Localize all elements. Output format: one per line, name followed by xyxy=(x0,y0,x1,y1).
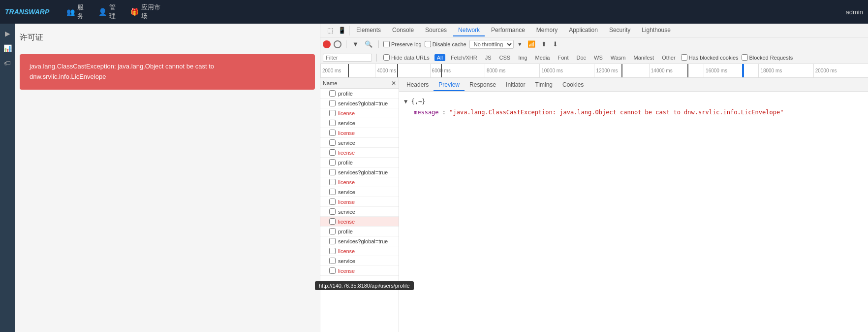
disable-cache-label[interactable]: Disable cache xyxy=(425,41,466,47)
request-item-license-1[interactable]: license xyxy=(320,108,399,118)
device-icon[interactable]: 📱 xyxy=(337,26,347,35)
throttle-dropdown[interactable]: ▾ xyxy=(517,40,523,48)
timeline-label-14000: 14000 ms xyxy=(649,64,704,77)
filter-input[interactable] xyxy=(323,54,372,62)
filter-all-btn[interactable]: All xyxy=(434,54,445,61)
blocked-requests-label[interactable]: Blocked Requests xyxy=(742,54,793,61)
blocked-requests-checkbox[interactable] xyxy=(742,54,748,61)
close-panel-btn[interactable]: ✕ xyxy=(391,80,396,87)
request-item-license-5[interactable]: license xyxy=(320,197,399,207)
filter-xhr-btn[interactable]: Fetch/XHR xyxy=(448,54,480,61)
tab-timing[interactable]: Timing xyxy=(530,79,558,91)
tab-sources[interactable]: Sources xyxy=(420,25,452,36)
tab-cookies[interactable]: Cookies xyxy=(558,79,589,91)
request-item-profile-1[interactable]: profile xyxy=(320,89,399,99)
tab-preview[interactable]: Preview xyxy=(434,79,465,91)
req-checkbox-7[interactable] xyxy=(329,149,336,156)
nav-services[interactable]: 👥 服务 xyxy=(59,0,91,24)
req-checkbox-6[interactable] xyxy=(329,139,336,146)
tab-console[interactable]: Console xyxy=(387,25,419,36)
filter-font-btn[interactable]: Font xyxy=(555,54,571,61)
sidebar-icon-nav[interactable]: ▶ xyxy=(0,26,15,41)
throttling-select[interactable]: No throttling xyxy=(469,40,514,49)
preserve-log-checkbox[interactable] xyxy=(383,41,390,47)
disable-cache-checkbox[interactable] xyxy=(425,41,431,47)
req-checkbox-19[interactable] xyxy=(329,267,336,274)
filter-doc-btn[interactable]: Doc xyxy=(574,54,589,61)
request-item-service-3[interactable]: service xyxy=(320,187,399,197)
nav-management[interactable]: 👤 管理 xyxy=(91,0,123,24)
request-item-license-7[interactable]: license xyxy=(320,246,399,256)
req-checkbox-16[interactable] xyxy=(329,238,336,244)
req-checkbox-15[interactable] xyxy=(329,228,336,234)
tab-performance[interactable]: Performance xyxy=(486,25,530,36)
stop-button[interactable] xyxy=(334,40,341,48)
request-item-license-4[interactable]: license xyxy=(320,177,399,187)
blocked-cookies-label[interactable]: Has blocked cookies xyxy=(681,54,739,61)
sidebar-icon-tag[interactable]: 🏷 xyxy=(0,56,15,70)
filter-manifest-btn[interactable]: Manifest xyxy=(631,54,657,61)
hide-data-urls-label[interactable]: Hide data URLs xyxy=(381,54,432,61)
filter-wasm-btn[interactable]: Wasm xyxy=(608,54,628,61)
request-item-services-3[interactable]: services?global=true xyxy=(320,236,399,246)
filter-ws-btn[interactable]: WS xyxy=(591,54,605,61)
download-icon[interactable]: ⬇ xyxy=(551,40,559,48)
inspect-icon[interactable]: ⬚ xyxy=(325,26,335,35)
filter-css-btn[interactable]: CSS xyxy=(497,54,513,61)
tab-response[interactable]: Response xyxy=(465,79,501,91)
req-name-18: service xyxy=(338,258,355,264)
tab-memory[interactable]: Memory xyxy=(531,25,562,36)
req-name-10: license xyxy=(338,179,355,185)
wifi-icon[interactable]: 📶 xyxy=(526,40,537,48)
request-item-service-5[interactable]: service xyxy=(320,256,399,266)
req-checkbox-2[interactable] xyxy=(329,100,336,106)
req-checkbox-9[interactable] xyxy=(329,169,336,175)
request-item-license-6-selected[interactable]: license xyxy=(320,217,399,227)
filter-img-btn[interactable]: Img xyxy=(516,54,529,61)
req-checkbox-17[interactable] xyxy=(329,248,336,254)
req-checkbox-10[interactable] xyxy=(329,179,336,185)
req-checkbox-13[interactable] xyxy=(329,208,336,215)
request-item-service-1[interactable]: service xyxy=(320,118,399,128)
blocked-cookies-checkbox[interactable] xyxy=(681,54,687,61)
request-item-license-3[interactable]: license xyxy=(320,148,399,158)
services-icon: 👥 xyxy=(66,8,75,16)
tab-headers[interactable]: Headers xyxy=(402,79,434,91)
req-checkbox-12[interactable] xyxy=(329,199,336,205)
sidebar-icon-chart[interactable]: 📊 xyxy=(0,41,15,56)
request-item-license-2[interactable]: license xyxy=(320,128,399,138)
tab-security[interactable]: Security xyxy=(604,25,635,36)
nav-appstore[interactable]: 🎁 应用市场 xyxy=(123,0,168,24)
hide-data-urls-checkbox[interactable] xyxy=(383,54,390,61)
tab-network[interactable]: Network xyxy=(453,25,485,36)
request-item-services-1[interactable]: services?global=true xyxy=(320,99,399,108)
request-list: Name ✕ profile services?global=true lice… xyxy=(320,78,399,332)
req-checkbox-11[interactable] xyxy=(329,189,336,195)
req-checkbox-5[interactable] xyxy=(329,130,336,136)
upload-icon[interactable]: ⬆ xyxy=(540,40,548,48)
req-checkbox-3[interactable] xyxy=(329,110,336,116)
request-item-license-8[interactable]: license xyxy=(320,266,399,276)
req-checkbox-1[interactable] xyxy=(329,90,336,97)
req-checkbox-8[interactable] xyxy=(329,159,336,166)
filter-icon[interactable]: ▼ xyxy=(351,40,360,48)
req-checkbox-14[interactable] xyxy=(329,218,336,225)
request-item-profile-3[interactable]: profile xyxy=(320,227,399,236)
search-icon[interactable]: 🔍 xyxy=(363,40,374,48)
preserve-log-label[interactable]: Preserve log xyxy=(383,41,422,47)
req-checkbox-4[interactable] xyxy=(329,120,336,126)
json-collapse-arrow[interactable]: ▼ xyxy=(404,98,407,105)
request-item-service-4[interactable]: service xyxy=(320,207,399,217)
filter-media-btn[interactable]: Media xyxy=(533,54,553,61)
tab-application[interactable]: Application xyxy=(564,25,603,36)
req-checkbox-18[interactable] xyxy=(329,258,336,264)
tab-initiator[interactable]: Initiator xyxy=(501,79,530,91)
record-button[interactable] xyxy=(323,40,331,48)
filter-other-btn[interactable]: Other xyxy=(659,54,678,61)
request-item-services-2[interactable]: services?global=true xyxy=(320,167,399,177)
request-item-profile-2[interactable]: profile xyxy=(320,158,399,167)
filter-js-btn[interactable]: JS xyxy=(483,54,494,61)
tab-elements[interactable]: Elements xyxy=(351,25,386,36)
tab-lighthouse[interactable]: Lighthouse xyxy=(637,25,676,36)
request-item-service-2[interactable]: service xyxy=(320,138,399,148)
